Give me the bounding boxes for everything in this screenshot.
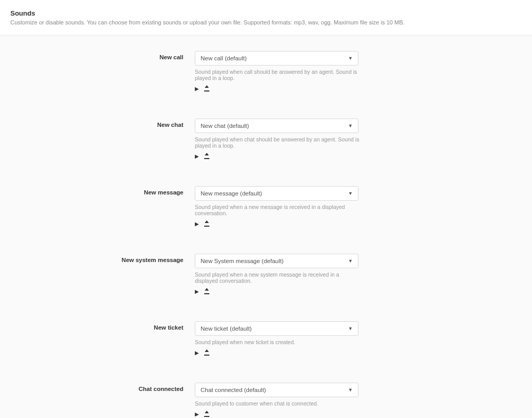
play-icon[interactable]: ▶ [195,412,199,418]
sound-select-new-system-message[interactable]: New System message (default) ▼ [195,254,358,268]
setting-label: New ticket [0,321,195,357]
chevron-down-icon: ▼ [348,123,353,128]
play-icon[interactable]: ▶ [195,221,199,228]
upload-icon[interactable] [204,350,209,357]
play-icon[interactable]: ▶ [195,154,199,160]
setting-helper: Sound played when call should be answere… [195,69,361,81]
setting-label: New call [0,51,195,93]
settings-form: New call New call (default) ▼ Sound play… [0,35,532,418]
select-value: New call (default) [201,55,247,61]
setting-row-new-ticket: New ticket New ticket (default) ▼ Sound … [0,321,532,357]
sound-select-new-call[interactable]: New call (default) ▼ [195,51,358,66]
upload-icon[interactable] [204,289,209,295]
chevron-down-icon: ▼ [348,387,353,393]
chevron-down-icon: ▼ [348,191,353,196]
select-value: Chat connected (default) [201,387,266,393]
setting-row-new-call: New call New call (default) ▼ Sound play… [0,51,532,93]
chevron-down-icon: ▼ [348,258,353,264]
setting-row-new-chat: New chat New chat (default) ▼ Sound play… [0,119,532,160]
setting-label: New system message [0,254,195,295]
setting-helper: Sound played when chat should be answere… [195,136,361,149]
page-header: Sounds Customize or disable sounds. You … [0,0,532,35]
setting-label: Chat connected [0,383,195,418]
chevron-down-icon: ▼ [348,326,353,331]
play-icon[interactable]: ▶ [195,86,199,93]
upload-icon[interactable] [204,86,209,93]
play-icon[interactable]: ▶ [195,350,199,357]
chevron-down-icon: ▼ [348,56,353,61]
select-value: New message (default) [201,190,262,197]
setting-row-new-system-message: New system message New System message (d… [0,254,532,295]
sound-select-new-message[interactable]: New message (default) ▼ [195,186,358,201]
upload-icon[interactable] [204,154,209,160]
sound-select-chat-connected[interactable]: Chat connected (default) ▼ [195,383,358,397]
setting-helper: Sound played when a new system message i… [195,271,361,284]
page-description: Customize or disable sounds. You can cho… [10,19,522,25]
sound-select-new-chat[interactable]: New chat (default) ▼ [195,119,358,133]
setting-helper: Sound played when new ticket is created. [195,339,361,345]
select-value: New chat (default) [201,123,249,129]
upload-icon[interactable] [204,221,209,228]
setting-helper: Sound played when a new message is recei… [195,204,361,216]
play-icon[interactable]: ▶ [195,289,199,295]
setting-label: New message [0,186,195,228]
page-title: Sounds [10,9,522,17]
setting-row-new-message: New message New message (default) ▼ Soun… [0,186,532,228]
setting-helper: Sound played to customer when chat is co… [195,400,361,407]
select-value: New ticket (default) [201,325,251,332]
setting-label: New chat [0,119,195,160]
select-value: New System message (default) [201,258,284,264]
setting-row-chat-connected: Chat connected Chat connected (default) … [0,383,532,418]
upload-icon[interactable] [204,412,209,418]
sound-select-new-ticket[interactable]: New ticket (default) ▼ [195,321,358,336]
